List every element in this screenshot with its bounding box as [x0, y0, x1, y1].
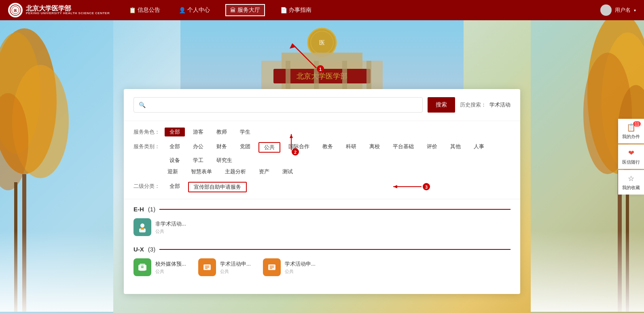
role-tag-student[interactable]: 学生: [235, 128, 255, 136]
svg-text:🏛: 🏛: [141, 265, 144, 269]
type-tag-hr[interactable]: 人事: [469, 142, 489, 153]
type-tag-platform[interactable]: 平台基础: [388, 142, 419, 153]
logo-text: 北京大学医学部 PEKING UNIVERSITY HEALTH SCIENCE…: [26, 5, 110, 15]
favorites-icon: ☆: [628, 174, 634, 183]
search-button[interactable]: 搜索: [428, 97, 455, 113]
sub-tags: 全部 宣传部自助申请服务: [165, 182, 511, 192]
type-tag-welcome[interactable]: 迎新: [163, 167, 183, 176]
svg-rect-3: [0, 20, 113, 313]
search-input[interactable]: [148, 102, 417, 108]
main-nav: 📋 信息公告 👤 个人中心 🏛 服务大厅 📄 办事指南: [126, 4, 600, 16]
tree-left: [0, 20, 113, 313]
type-tag-office[interactable]: 办公: [188, 142, 208, 153]
service-card-fxsh[interactable]: 非学术活动... 公共: [133, 218, 190, 236]
guide-icon: 📄: [280, 7, 287, 13]
header: 医 北京大学医学部 PEKING UNIVERSITY HEALTH SCIEN…: [0, 0, 644, 20]
sub-filter-label: 二级分类：: [133, 182, 160, 190]
svg-point-43: [140, 224, 144, 228]
role-filter-row: 服务角色： 全部 游客 教师 学生: [133, 128, 511, 136]
logo-en: PEKING UNIVERSITY HEALTH SCIENCE CENTER: [26, 12, 110, 15]
type-tag-asset[interactable]: 资产: [254, 167, 274, 176]
user-dropdown-arrow[interactable]: ▾: [634, 8, 636, 13]
type-tag-campus[interactable]: 离校: [364, 142, 385, 153]
info-icon: 📋: [129, 7, 136, 13]
group-ux-cards: 🏛 校外媒体预... 公共: [133, 258, 511, 276]
results-section: E-H (1) 非学术活动...: [124, 199, 520, 294]
type-tag-edu[interactable]: 教务: [318, 142, 338, 153]
service-icon-fxsh: [133, 218, 151, 236]
service-icon-xshd1: [198, 258, 216, 276]
main-panel: 🔍 搜索 历史搜索： 学术活动 服务角色： 全部 游客 教师 学生: [124, 89, 520, 294]
nav-service[interactable]: 🏛 服务大厅: [225, 4, 265, 16]
type-tag-public[interactable]: 公共: [258, 142, 280, 153]
sidebar-tasks[interactable]: 11 📋 我的办件: [618, 119, 644, 143]
sidebar-medical[interactable]: ❤ 医信随行: [618, 144, 644, 169]
nav-guide-label: 办事指南: [289, 6, 311, 14]
service-icon: 🏛: [230, 7, 236, 13]
type-tag-all[interactable]: 全部: [165, 142, 185, 153]
nav-guide[interactable]: 📄 办事指南: [277, 5, 315, 15]
type-tag-smartform[interactable]: 智慧表单: [186, 167, 217, 176]
type-tag-party[interactable]: 党团: [235, 142, 255, 153]
type-tags: 全部 办公 财务 党团 公共 国际合作 教务 科研 离校 平台基础 评价 其他 …: [165, 142, 511, 165]
service-icon-xxmt: 🏛: [133, 258, 151, 276]
medical-label: 医信随行: [622, 159, 640, 165]
tasks-badge: 11: [633, 121, 641, 126]
type-tag-student2[interactable]: 学工: [188, 156, 208, 165]
type-tag-test[interactable]: 测试: [278, 167, 298, 176]
type-tag-grad[interactable]: 研究生: [212, 156, 237, 165]
logo-emblem: 医: [8, 3, 23, 17]
group-eh-header: E-H (1): [133, 206, 511, 213]
service-tag-xshd1: 公共: [220, 268, 251, 275]
type-tag-research[interactable]: 科研: [341, 142, 361, 153]
service-card-xshd2[interactable]: 学术活动申... 公共: [263, 258, 320, 276]
sidebar-favorites[interactable]: ☆ 我的收藏: [618, 170, 644, 194]
service-name-xxmt: 校外媒体预...: [155, 260, 186, 268]
service-name-xshd1: 学术活动申...: [220, 260, 251, 268]
service-card-xshd1[interactable]: 学术活动申... 公共: [198, 258, 255, 276]
type-tag-equip[interactable]: 设备: [165, 156, 185, 165]
svg-text:北京大学医学部: 北京大学医学部: [297, 72, 347, 80]
type-tag-finance[interactable]: 财务: [212, 142, 232, 153]
role-tag-guest[interactable]: 游客: [188, 128, 208, 136]
role-tag-teacher[interactable]: 教师: [212, 128, 232, 136]
svg-point-5: [0, 32, 40, 154]
group-eh-line: [159, 209, 511, 210]
type-filter-row: 服务类别： 全部 办公 财务 党团 公共 国际合作 教务 科研 离校 平台基础 …: [133, 142, 511, 165]
search-input-wrapper[interactable]: 🔍: [133, 97, 423, 113]
sub-tag-all[interactable]: 全部: [165, 182, 185, 192]
sub-tag-xuan[interactable]: 宣传部自助申请服务: [188, 182, 247, 192]
type-tag-intl[interactable]: 国际合作: [284, 142, 314, 153]
personal-icon: 👤: [179, 7, 186, 13]
search-history: 历史搜索： 学术活动: [460, 101, 511, 109]
svg-point-6: [12, 65, 69, 178]
username: 用户名: [615, 6, 631, 14]
favorites-label: 我的收藏: [622, 184, 640, 190]
service-name-xshd2: 学术活动申...: [285, 260, 316, 268]
service-info-xshd2: 学术活动申... 公共: [285, 260, 316, 275]
group-eh-cards: 非学术活动... 公共: [133, 218, 511, 236]
type-tag-eval[interactable]: 评价: [422, 142, 442, 153]
header-user: 用户名 ▾: [600, 4, 636, 16]
history-label: 历史搜索：: [460, 101, 486, 109]
service-info-fxsh: 非学术活动... 公共: [155, 220, 186, 234]
svg-rect-18: [531, 231, 644, 312]
group-ux-title: U-X: [133, 246, 144, 253]
service-card-xxmt[interactable]: 🏛 校外媒体预... 公共: [133, 258, 190, 276]
service-tag-xxmt: 公共: [155, 268, 186, 275]
type-tag-topic[interactable]: 主题分析: [220, 167, 251, 176]
tasks-label: 我的办件: [622, 133, 640, 139]
nav-info-label: 信息公告: [138, 6, 160, 14]
role-tag-all[interactable]: 全部: [165, 128, 185, 136]
hero-section: 医 北京大学医学部 1 🔍: [0, 20, 644, 313]
group-ux-count: (3): [148, 246, 155, 253]
svg-text:医: 医: [319, 40, 325, 46]
type-tag-other[interactable]: 其他: [445, 142, 466, 153]
nav-personal-label: 个人中心: [187, 6, 210, 14]
nav-info[interactable]: 📋 信息公告: [126, 5, 163, 15]
role-filter-label: 服务角色：: [133, 128, 160, 136]
nav-service-label: 服务大厅: [237, 6, 260, 14]
history-tag-0[interactable]: 学术活动: [489, 101, 511, 109]
group-eh-title: E-H: [133, 206, 144, 213]
nav-personal[interactable]: 👤 个人中心: [176, 5, 213, 15]
